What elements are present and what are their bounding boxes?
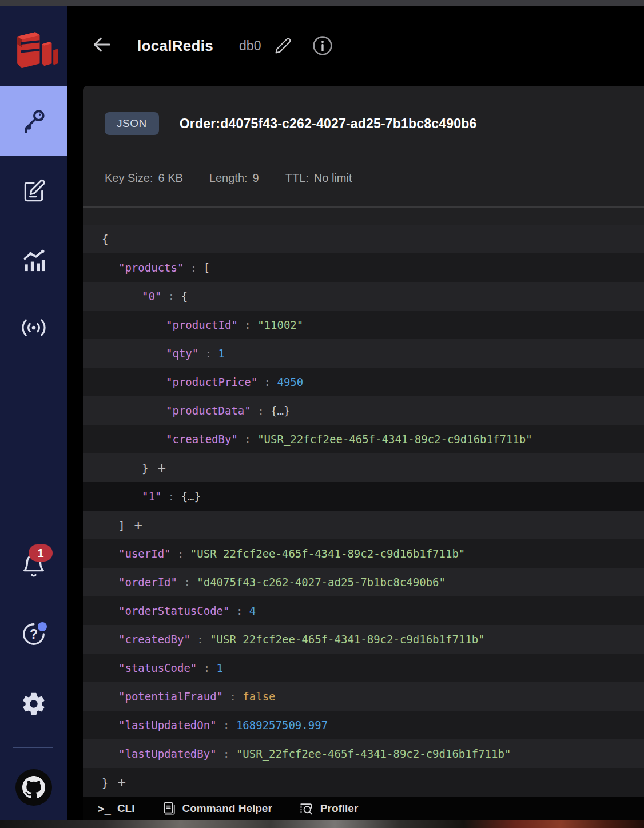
json-row[interactable]: "orderId" : "d4075f43-c262-4027-ad25-7b1… bbox=[83, 568, 644, 596]
json-colon: : bbox=[238, 433, 257, 445]
json-value-number: 4 bbox=[249, 604, 256, 617]
json-row[interactable]: "productId" : "11002" bbox=[83, 310, 644, 339]
key-ttl: TTL: No limit bbox=[285, 172, 352, 185]
json-value-bracket: ] bbox=[118, 519, 125, 532]
sidebar-divider bbox=[13, 747, 53, 748]
analytics-chart-icon bbox=[21, 248, 46, 273]
json-row[interactable]: "orderStatusCode" : 4 bbox=[83, 596, 644, 625]
notification-count-badge: 1 bbox=[29, 544, 53, 562]
profiler-search-icon bbox=[299, 801, 314, 817]
json-colon: : bbox=[217, 719, 236, 731]
json-row[interactable]: "createdBy" : "USR_22fcf2ee-465f-4341-89… bbox=[83, 425, 644, 453]
expand-button[interactable]: + bbox=[117, 774, 125, 790]
json-colon: : bbox=[161, 490, 181, 503]
json-value-number: 4950 bbox=[277, 376, 303, 388]
json-value-bracket: } bbox=[142, 462, 148, 475]
json-key: "productId" bbox=[166, 319, 238, 331]
json-row[interactable]: }+ bbox=[83, 768, 644, 797]
json-row[interactable]: "productData" : {…} bbox=[83, 396, 644, 425]
json-value-bracket: } bbox=[102, 777, 108, 789]
key-header: JSON Order:d4075f43-c262-4027-ad25-7b1bc… bbox=[105, 112, 477, 135]
ttl-label: TTL: bbox=[285, 172, 309, 185]
json-row[interactable]: "lastUpdatedBy" : "USR_22fcf2ee-465f-434… bbox=[83, 739, 644, 768]
db-index-label: db0 bbox=[239, 38, 261, 54]
json-row[interactable]: "products" : [ bbox=[83, 253, 644, 282]
json-colon: : bbox=[171, 547, 190, 560]
expand-button[interactable]: + bbox=[134, 517, 142, 533]
bottom-bar: >_ CLI Command Helper Profiler bbox=[83, 797, 644, 820]
json-key: "statusCode" bbox=[118, 662, 197, 674]
json-key: "productPrice" bbox=[166, 376, 257, 388]
profiler-button[interactable]: Profiler bbox=[299, 801, 359, 817]
back-arrow-icon bbox=[90, 33, 113, 56]
sidebar-item-settings[interactable] bbox=[0, 686, 67, 722]
key-name[interactable]: Order:d4075f43-c262-4027-ad25-7b1bc8c490… bbox=[180, 116, 477, 132]
json-row[interactable]: "1" : {…} bbox=[83, 482, 644, 511]
json-row[interactable]: ]+ bbox=[83, 511, 644, 539]
json-row[interactable]: { bbox=[83, 225, 644, 253]
redis-logo bbox=[0, 22, 67, 75]
json-colon: : bbox=[229, 604, 249, 617]
json-value-collapsed[interactable]: {…} bbox=[181, 490, 201, 503]
json-key: "userId" bbox=[118, 547, 171, 560]
json-row[interactable]: "potentialFraud" : false bbox=[83, 682, 644, 711]
sidebar-item-browser[interactable] bbox=[0, 86, 67, 156]
json-colon: : bbox=[223, 690, 243, 703]
json-key: "orderId" bbox=[118, 576, 177, 588]
sidebar-item-github[interactable] bbox=[0, 770, 67, 805]
back-button[interactable] bbox=[90, 33, 113, 58]
sidebar-item-workbench[interactable] bbox=[0, 173, 67, 208]
json-key: "orderStatusCode" bbox=[118, 604, 229, 617]
json-colon: : bbox=[177, 576, 197, 588]
ttl-value[interactable]: No limit bbox=[314, 172, 352, 185]
info-icon bbox=[311, 34, 334, 57]
json-row[interactable]: "createdBy" : "USR_22fcf2ee-465f-4341-89… bbox=[83, 625, 644, 654]
json-key: "1" bbox=[142, 490, 161, 503]
edit-db-alias-button[interactable] bbox=[275, 37, 292, 54]
redis-logo-icon bbox=[10, 25, 58, 73]
json-value-boolean: false bbox=[243, 690, 275, 703]
terminal-prompt-icon: >_ bbox=[98, 802, 111, 815]
key-size-value: 6 KB bbox=[158, 172, 182, 185]
json-row[interactable]: "statusCode" : 1 bbox=[83, 654, 644, 682]
json-row[interactable]: "userId" : "USR_22fcf2ee-465f-4341-89c2-… bbox=[83, 539, 644, 568]
expand-button[interactable]: + bbox=[157, 460, 165, 476]
json-value-collapsed[interactable]: {…} bbox=[271, 404, 290, 417]
json-value-string: "d4075f43-c262-4027-ad25-7b1bc8c490b6" bbox=[197, 576, 446, 588]
json-row[interactable]: "0" : { bbox=[83, 282, 644, 310]
json-row[interactable]: "lastUpdatedOn" : 1689257509.997 bbox=[83, 711, 644, 739]
connection-info-button[interactable] bbox=[311, 34, 334, 57]
workbench-edit-icon bbox=[21, 178, 46, 203]
json-row[interactable]: "qty" : 1 bbox=[83, 339, 644, 368]
sidebar-item-notifications[interactable]: 1 bbox=[0, 548, 67, 583]
sidebar-item-pubsub[interactable] bbox=[0, 310, 67, 345]
json-row[interactable]: "productPrice" : 4950 bbox=[83, 368, 644, 396]
panel-divider bbox=[83, 206, 644, 208]
pencil-icon bbox=[275, 37, 292, 54]
connection-name: localRedis bbox=[137, 37, 213, 55]
json-value-bracket: { bbox=[181, 290, 188, 302]
sidebar-item-help[interactable]: ? bbox=[0, 616, 67, 652]
pubsub-broadcast-icon bbox=[19, 316, 49, 339]
json-value-number: 1 bbox=[218, 347, 225, 360]
json-colon: : bbox=[257, 376, 277, 388]
command-helper-button[interactable]: Command Helper bbox=[161, 801, 272, 816]
sidebar-item-analytics[interactable] bbox=[0, 242, 67, 278]
json-value-bracket: { bbox=[102, 233, 108, 245]
cli-button[interactable]: >_ CLI bbox=[98, 802, 135, 815]
sidebar: 1 ? bbox=[0, 6, 67, 820]
length-value: 9 bbox=[253, 172, 259, 185]
desktop-wallpaper-strip bbox=[0, 820, 644, 828]
json-key: "lastUpdatedOn" bbox=[118, 719, 217, 731]
json-tree: {"products" : ["0" : {"productId" : "110… bbox=[83, 225, 644, 797]
json-row[interactable]: }+ bbox=[83, 453, 644, 482]
json-value-bracket: [ bbox=[204, 261, 210, 274]
json-value-number: 1 bbox=[217, 662, 223, 674]
svg-text:?: ? bbox=[30, 627, 38, 642]
cli-label: CLI bbox=[117, 802, 135, 815]
json-colon: : bbox=[190, 633, 210, 646]
key-size: Key Size: 6 KB bbox=[105, 172, 183, 185]
json-value-string: "USR_22fcf2ee-465f-4341-89c2-c9d16b1f711… bbox=[210, 633, 484, 646]
json-colon: : bbox=[251, 404, 271, 417]
key-meta: Key Size: 6 KB Length: 9 TTL: No limit bbox=[105, 172, 379, 185]
